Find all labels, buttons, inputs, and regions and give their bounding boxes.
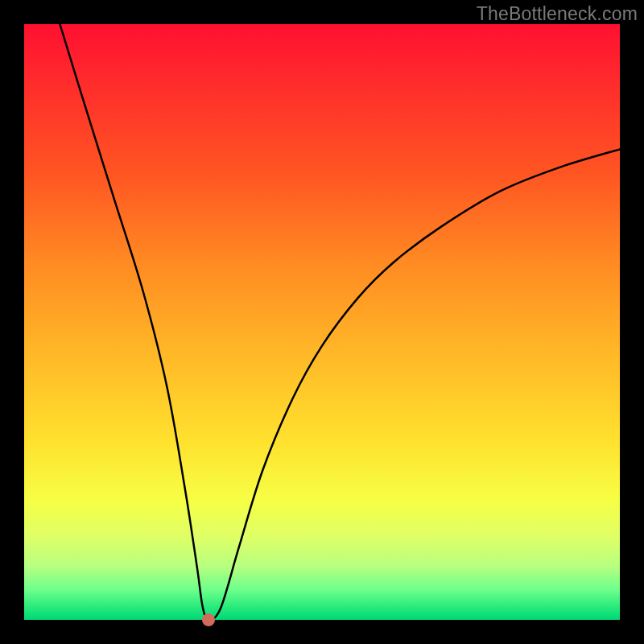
watermark-text: TheBottleneck.com [477,3,638,25]
curve-svg [24,24,620,620]
chart-frame: TheBottleneck.com [0,0,644,644]
bottleneck-curve-path [60,24,620,620]
plot-area [24,24,620,620]
optimal-point-dot [202,613,215,626]
